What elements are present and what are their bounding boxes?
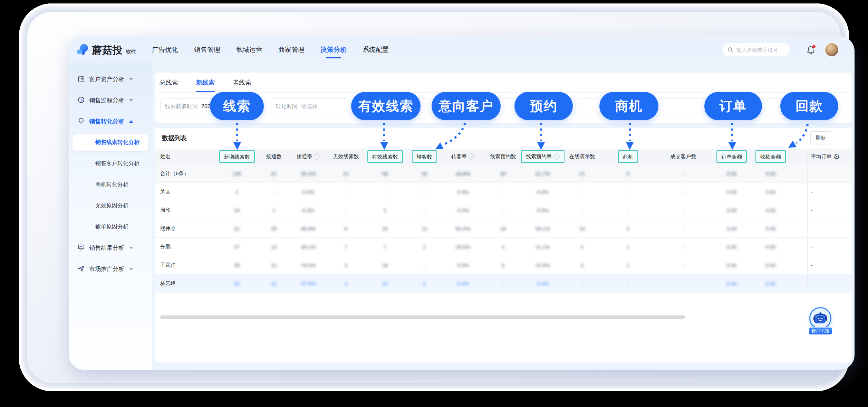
table-row-0[interactable]: 合计（6条）1354130.4%21582644.8%3051.7%215-0.… <box>155 164 852 183</box>
column-header-13[interactable]: 订单金额 <box>713 149 751 164</box>
table-row-4[interactable]: 光鹏271348.1%77228.6%311.1%21-0.000.00- <box>155 238 852 256</box>
table-row-5[interactable]: 王露洋393179.5%319-0.0%615.4%41-0.000.00- <box>155 256 852 274</box>
cell-value: 83.9% <box>301 226 316 231</box>
sidebar-subitem-2-0[interactable]: 销售线索转化分析 <box>69 132 152 153</box>
horizontal-scrollbar[interactable] <box>160 315 685 319</box>
cell-value[interactable]: 10 <box>382 281 388 286</box>
table-cell[interactable]: 2 <box>405 274 443 293</box>
sidebar-item-3[interactable]: 销售结果分析 <box>69 237 152 258</box>
table-cell[interactable]: 12 <box>258 274 289 293</box>
column-header-9[interactable]: 线索预约率? <box>523 149 562 164</box>
nav-item-4[interactable]: 决策分析 <box>320 45 347 54</box>
sidebar-item-2[interactable]: 销售转化分析 <box>69 111 152 132</box>
table-cell[interactable]: - <box>483 274 523 293</box>
sidebar-subitem-2-3[interactable]: 无效原因分析 <box>69 195 152 216</box>
column-header-2[interactable]: 接通数 <box>258 149 289 164</box>
refresh-button[interactable]: 刷新 <box>810 131 831 144</box>
table-row-6[interactable]: 林云峰201257.9%31020.0%-0.0%---0.000.00- <box>155 274 852 293</box>
nav-item-5[interactable]: 系统配置 <box>363 45 389 54</box>
info-icon[interactable]: ? <box>314 153 320 160</box>
panel-title: 数据列表 <box>162 134 187 142</box>
table-cell: 5 <box>602 164 654 182</box>
info-icon[interactable]: ? <box>469 153 475 160</box>
cell-value: 2 <box>384 207 386 213</box>
funnel-bubble-0: 线索 <box>210 92 264 120</box>
info-icon[interactable]: ? <box>553 153 560 160</box>
cell-value[interactable]: 20 <box>234 281 240 286</box>
table-cell[interactable]: - <box>602 274 654 293</box>
column-header-5[interactable]: 有效线索数 <box>365 149 405 164</box>
row-name-cell: 合计（6条） <box>160 164 215 182</box>
sidebar-item-1[interactable]: 销售过程分析 <box>69 90 152 111</box>
column-header-10[interactable]: 在线演示数 <box>562 149 602 164</box>
gear-icon[interactable]: ⚙ <box>833 153 840 160</box>
table-cell[interactable]: 10 <box>365 274 405 293</box>
search-input[interactable] <box>736 47 785 53</box>
sidebar-item-4[interactable]: 市场推广分析 <box>69 258 152 280</box>
avatar[interactable] <box>825 43 838 56</box>
table-cell[interactable]: 0.00 <box>713 274 751 293</box>
cell-value[interactable]: 0.0% <box>537 281 549 286</box>
notification-bell[interactable] <box>806 46 815 55</box>
filter-input-1[interactable]: 转化时间请选择 <box>271 98 348 114</box>
column-header-4[interactable]: 无效线索数 <box>327 149 365 164</box>
global-search[interactable] <box>723 43 790 56</box>
cell-value: 26 <box>271 226 277 231</box>
table-cell[interactable]: - <box>562 274 602 293</box>
cell-value[interactable]: - <box>683 281 684 286</box>
top-nav: 广告优化销售管理私域运营商家管理决策分析系统配置 <box>152 36 389 63</box>
cell-value: - <box>683 171 684 177</box>
column-header-14[interactable]: 收款金额 <box>751 149 791 164</box>
call-robot-button[interactable]: 拨打电话 <box>809 307 833 336</box>
sidebar-subitem-label: 商机转化分析 <box>95 181 128 188</box>
column-header-0[interactable]: 姓名 <box>160 149 215 164</box>
fixed-column-cell: - <box>807 256 852 274</box>
sidebar-item-0[interactable]: 客户资产分析 <box>69 69 152 90</box>
table-cell[interactable]: 0.0% <box>523 274 562 293</box>
nav-item-3[interactable]: 商家管理 <box>278 45 305 54</box>
nav-item-1[interactable]: 销售管理 <box>194 45 220 54</box>
table-cell: 0.0% <box>523 183 562 201</box>
tab-0[interactable]: 总线索 <box>160 73 178 92</box>
table-cell: - <box>562 201 602 219</box>
cell-value[interactable]: 12 <box>271 281 277 286</box>
cell-value[interactable]: - <box>502 281 504 286</box>
sidebar-subitem-2-1[interactable]: 销售客户转化分析 <box>69 153 152 174</box>
column-header-12[interactable]: 成交客户数 <box>654 149 713 164</box>
cell-value[interactable]: - <box>627 281 629 286</box>
cell-value[interactable]: 57.9% <box>301 281 316 286</box>
table-row-3[interactable]: 熊伟全312683.9%8201260.0%1858.1%103-0.000.0… <box>155 219 852 238</box>
cell-value: - <box>683 226 684 231</box>
cell-value[interactable]: - <box>581 281 583 286</box>
column-header-3[interactable]: 接通率? <box>289 149 327 164</box>
table-cell[interactable]: - <box>654 274 713 293</box>
sidebar-subitem-2-2[interactable]: 商机转化分析 <box>69 174 152 195</box>
column-header-1[interactable]: 新增线索数 <box>215 149 258 164</box>
tab-1[interactable]: 新线索 <box>196 73 215 92</box>
table-cell[interactable]: 0.00 <box>751 274 791 293</box>
table-cell[interactable]: 20 <box>215 274 258 293</box>
call-button-label: 拨打电话 <box>809 327 832 335</box>
table-cell[interactable]: 57.9% <box>289 274 327 293</box>
table-row-1[interactable]: 茅太2-0.0%---0.0%-0.0%---0.000.00- <box>155 183 852 201</box>
column-header-7[interactable]: 转客率? <box>443 149 483 164</box>
cell-value[interactable]: 0.00 <box>765 281 775 286</box>
table-cell[interactable]: 3 <box>327 274 365 293</box>
column-header-11[interactable]: 商机 <box>602 149 654 164</box>
cell-value: 0.00 <box>765 226 775 231</box>
table-cell[interactable]: 0.0% <box>443 274 483 293</box>
nav-item-2[interactable]: 私域运营 <box>236 45 262 54</box>
cell-value[interactable]: 2 <box>423 281 426 286</box>
cell-value[interactable]: 0.00 <box>726 281 736 286</box>
nav-item-0[interactable]: 广告优化 <box>152 45 178 54</box>
table-row-2[interactable]: 周印1616.3%-2-0.0%-0.0%---0.000.00- <box>155 201 852 219</box>
cell-value: - <box>683 244 684 250</box>
funnel-bubble-6: 回款 <box>780 92 838 120</box>
funnel-bubble-3: 预约 <box>514 92 573 120</box>
cell-value[interactable]: 0.0% <box>457 281 469 286</box>
column-header-8[interactable]: 线索预约数 <box>483 149 523 164</box>
cell-value[interactable]: 3 <box>345 281 347 286</box>
sidebar-subitem-2-4[interactable]: 输单原因分析 <box>69 216 152 237</box>
tab-2[interactable]: 老线索 <box>233 73 251 92</box>
column-header-6[interactable]: 转客数 <box>405 149 443 164</box>
